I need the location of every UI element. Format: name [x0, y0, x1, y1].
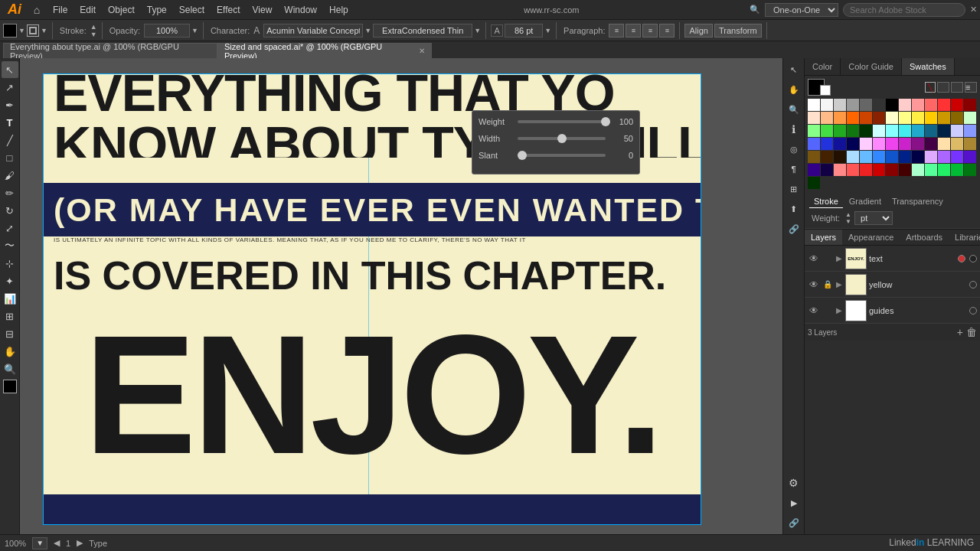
swatch-cell[interactable] [821, 138, 833, 150]
swatch-cell[interactable] [912, 164, 924, 176]
swatch-cell[interactable] [925, 151, 937, 163]
swatch-cell[interactable] [808, 99, 820, 111]
stroke-indicator[interactable] [27, 24, 39, 37]
menu-window[interactable]: Window [279, 1, 322, 19]
swatch-cell[interactable] [834, 164, 846, 176]
swatch-cell[interactable] [860, 151, 872, 163]
appearance-tab[interactable]: Appearance [842, 230, 900, 245]
swatch-cell[interactable] [808, 125, 820, 137]
swatch-cell[interactable] [847, 138, 859, 150]
swatch-cell[interactable] [964, 112, 976, 124]
layer-row-guides[interactable]: 👁 ▶ guides [805, 298, 980, 324]
artboards-tab[interactable]: Artboards [900, 230, 949, 245]
swatch-cell[interactable] [821, 125, 833, 137]
artboard-tool[interactable]: ⊞ [2, 308, 18, 324]
gradient-tab[interactable]: Gradient [844, 195, 886, 208]
swatches-tab[interactable]: Swatches [902, 58, 955, 75]
layer-text-lock[interactable] [822, 253, 833, 264]
align-justify-btn[interactable]: ≡ [659, 24, 675, 37]
style-dropdown-arrow[interactable]: ▼ [474, 27, 481, 34]
opacity-input[interactable] [144, 24, 190, 37]
swatch-cell[interactable] [899, 164, 911, 176]
swatch-cell[interactable] [886, 99, 898, 111]
align-left-btn[interactable]: ≡ [609, 24, 624, 37]
swatch-cell[interactable] [873, 125, 885, 137]
swatch-cell[interactable] [938, 112, 950, 124]
stroke-unit-select[interactable]: pt [854, 211, 893, 225]
swatch-cell[interactable] [938, 138, 950, 150]
font-size-input[interactable] [505, 24, 543, 37]
swatch-cell[interactable] [951, 138, 963, 150]
swatch-cell[interactable] [925, 112, 937, 124]
swatch-cell[interactable] [808, 164, 820, 176]
swatch-cell[interactable] [951, 151, 963, 163]
menu-type[interactable]: Type [142, 1, 172, 19]
swatch-cell[interactable] [912, 99, 924, 111]
warp-tool[interactable]: 〜 [2, 237, 18, 254]
layer-guides-eye[interactable]: 👁 [808, 305, 820, 317]
opacity-arrow[interactable]: ▼ [191, 27, 198, 34]
menu-object[interactable]: Object [103, 1, 140, 19]
rtool-zoom[interactable]: 🔍 [786, 101, 802, 118]
symbol-tool[interactable]: ✦ [2, 272, 18, 289]
swatch-cell[interactable] [821, 112, 833, 124]
direct-select-tool[interactable]: ↗ [2, 79, 18, 96]
swatch-more-options[interactable]: ≡ [965, 82, 977, 93]
swatch-cell[interactable] [808, 112, 820, 124]
swatch-cell[interactable] [951, 125, 963, 137]
rtool-select[interactable]: ↖ [786, 61, 802, 78]
swatch-cell[interactable] [912, 151, 924, 163]
rtool-hand[interactable]: ✋ [786, 81, 802, 98]
paintbrush-tool[interactable]: 🖌 [2, 167, 18, 184]
layer-text-dot[interactable] [958, 255, 965, 262]
scale-tool[interactable]: ⤢ [2, 220, 18, 236]
swatch-cell[interactable] [847, 112, 859, 124]
swatch-cell[interactable] [925, 164, 937, 176]
layer-guides-dot[interactable] [969, 307, 977, 315]
font-style-input[interactable] [373, 24, 472, 37]
width-slider-track[interactable] [518, 137, 606, 140]
align-right-btn[interactable]: ≡ [642, 24, 658, 37]
menu-file[interactable]: File [47, 1, 73, 19]
swatch-cell[interactable] [860, 138, 872, 150]
swatch-cell[interactable] [899, 125, 911, 137]
weight-slider-thumb[interactable] [601, 117, 610, 126]
font-size-icon[interactable]: A [491, 24, 503, 37]
align-center-btn[interactable]: ≡ [626, 24, 641, 37]
stroke-tab[interactable]: Stroke [809, 195, 843, 208]
transparency-tab[interactable]: Transparency [887, 195, 948, 208]
swatch-cell[interactable] [860, 112, 872, 124]
swatch-cell[interactable] [860, 164, 872, 176]
weight-slider-track[interactable] [518, 120, 606, 123]
swatch-cell[interactable] [964, 99, 976, 111]
workspace-dropdown[interactable]: One-on-One [765, 3, 838, 17]
layer-guides-arrow[interactable]: ▶ [835, 307, 843, 315]
transform-button[interactable]: Transform [714, 24, 762, 37]
swatch-cell[interactable] [808, 177, 820, 189]
layer-yellow-arrow[interactable]: ▶ [835, 281, 843, 289]
font-name-input[interactable] [263, 24, 363, 37]
type-tool[interactable]: T [2, 114, 18, 131]
tab-1[interactable]: Everything about type.ai @ 100% (RGB/GPU… [3, 43, 217, 58]
swatch-cell[interactable] [873, 112, 885, 124]
swatch-cell[interactable] [899, 151, 911, 163]
swatch-cell[interactable] [899, 138, 911, 150]
rtool-info[interactable]: ℹ [786, 121, 802, 138]
swatch-cell[interactable] [938, 125, 950, 137]
swatch-cell[interactable] [808, 151, 820, 163]
tab-2-close[interactable]: ✕ [419, 47, 425, 55]
layer-text-arrow[interactable]: ▶ [835, 255, 843, 262]
width-slider-thumb[interactable] [557, 134, 567, 143]
layer-yellow-dot[interactable] [969, 281, 977, 289]
layer-row-text[interactable]: 👁 ▶ ENJOY. text [805, 246, 980, 272]
zoom-dropdown[interactable]: ▼ [32, 537, 47, 549]
line-tool[interactable]: ╱ [2, 132, 18, 148]
layer-text-eye[interactable]: 👁 [808, 253, 820, 265]
menu-select[interactable]: Select [174, 1, 210, 19]
swatch-cell[interactable] [964, 125, 976, 137]
swatch-cell[interactable] [912, 112, 924, 124]
swatch-cell[interactable] [964, 151, 976, 163]
layers-tab[interactable]: Layers [805, 230, 842, 245]
slant-slider-track[interactable] [518, 154, 606, 157]
layers-add-btn[interactable]: + [957, 326, 963, 338]
